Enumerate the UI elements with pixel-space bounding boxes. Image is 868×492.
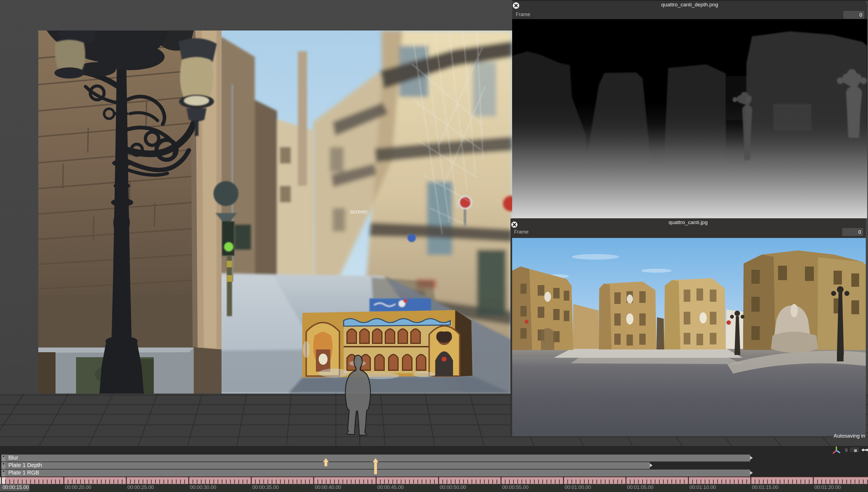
svg-text:screen: screen <box>350 208 368 215</box>
svg-text:9: 9 <box>845 448 847 453</box>
